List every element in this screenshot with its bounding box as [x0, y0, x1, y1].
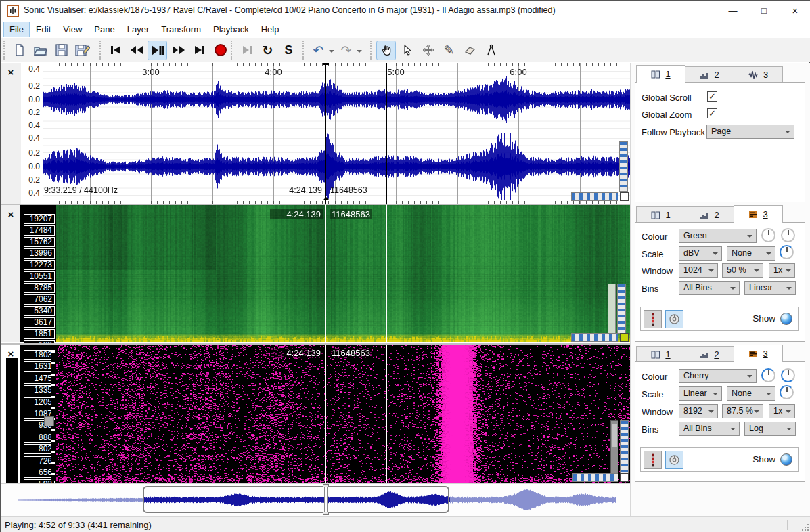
tab-pane[interactable]: 1: [636, 65, 685, 83]
vertical-scroll-indicator[interactable]: [610, 420, 618, 474]
menu-playback[interactable]: Playback: [208, 22, 254, 37]
tab-pane[interactable]: 1: [636, 206, 685, 223]
spectrogram-properties-body: Colour Cherry Scale Linear None Window 8…: [635, 361, 805, 482]
rewind-button[interactable]: [127, 41, 145, 60]
minimize-button[interactable]: —: [717, 1, 748, 21]
tab-pane[interactable]: 1: [636, 346, 685, 362]
overview-cursor-handle[interactable]: [323, 512, 329, 515]
global-scroll-checkbox[interactable]: ✓: [707, 91, 717, 102]
save-session-button[interactable]: [52, 41, 70, 60]
menu-layer[interactable]: Layer: [122, 22, 155, 37]
overview-cursor-handle[interactable]: [323, 484, 329, 487]
menu-edit[interactable]: Edit: [30, 22, 56, 37]
rewind-start-button[interactable]: [106, 41, 125, 60]
window-size-select[interactable]: 8192: [679, 404, 718, 418]
fast-forward-end-button[interactable]: [190, 41, 208, 60]
redo-dropdown-caret[interactable]: [357, 50, 362, 56]
measure-tool-button[interactable]: [482, 41, 500, 60]
play-selection-button[interactable]: [238, 41, 256, 60]
colour-contrast-knob[interactable]: [761, 228, 775, 242]
bin-scale-select[interactable]: Log: [744, 422, 796, 436]
waveform-canvas: [43, 63, 630, 204]
colour-select[interactable]: Green: [679, 229, 757, 243]
maximize-button[interactable]: □: [748, 1, 780, 21]
colour-rotation-knob[interactable]: [781, 228, 795, 242]
colour-contrast-knob[interactable]: [761, 368, 775, 382]
menu-view[interactable]: View: [58, 22, 87, 37]
tab-layer-2[interactable]: 2: [685, 66, 734, 83]
horizontal-zoom-wheel[interactable]: [571, 192, 618, 201]
play-loop-button[interactable]: ↻: [258, 41, 277, 60]
open-file-button[interactable]: [31, 41, 49, 60]
select-tool-button[interactable]: [398, 41, 416, 60]
oversampling-select[interactable]: 1x: [769, 263, 795, 278]
menu-help[interactable]: Help: [256, 22, 285, 37]
close-pane-icon[interactable]: ×: [5, 67, 16, 78]
window-overlap-select[interactable]: 50 %: [722, 263, 763, 278]
colour-rotation-knob[interactable]: [781, 368, 795, 382]
overview-cursor[interactable]: [324, 485, 328, 514]
bars-tab-icon: [700, 211, 709, 219]
show-led-button[interactable]: [780, 313, 792, 325]
play-pause-button[interactable]: [148, 41, 166, 60]
resize-grip[interactable]: [801, 523, 809, 531]
scroll-thumb[interactable]: [612, 424, 617, 447]
save-session-as-button[interactable]: [73, 41, 91, 60]
horizontal-zoom-wheel[interactable]: [572, 473, 618, 482]
colourmap-button[interactable]: [644, 451, 662, 469]
erase-tool-button[interactable]: [461, 41, 479, 60]
tab-layer-2[interactable]: 2: [685, 206, 734, 223]
gain-knob[interactable]: [780, 245, 794, 259]
global-zoom-checkbox[interactable]: ✓: [707, 108, 717, 118]
bins-select[interactable]: All Bins: [679, 422, 740, 436]
waveform-pane: × 0.4 0.2 0.0 0.2 0.4 0.4 0.2 0.0 0.2 0.…: [1, 63, 630, 204]
overview-panner[interactable]: [1, 484, 630, 516]
vertical-scroll-indicator[interactable]: [608, 284, 616, 334]
bin-scale-select[interactable]: Linear: [744, 281, 796, 295]
vertical-zoom-wheel[interactable]: [617, 284, 626, 334]
close-button[interactable]: ×: [780, 1, 810, 21]
left-scrollbar-track[interactable]: [6, 358, 18, 483]
undo-button[interactable]: ↶: [309, 41, 328, 60]
gain-knob[interactable]: [780, 385, 794, 399]
menu-pane[interactable]: Pane: [89, 22, 120, 37]
menu-transform[interactable]: Transform: [156, 22, 206, 37]
normalization-select[interactable]: None: [727, 246, 775, 261]
zoom-reset-box[interactable]: [620, 333, 629, 342]
show-led-button[interactable]: [780, 453, 792, 466]
undo-dropdown-caret[interactable]: [329, 50, 334, 56]
oversampling-select[interactable]: 1x: [769, 404, 795, 418]
colour-select[interactable]: Cherry: [679, 369, 757, 383]
menu-file[interactable]: File: [4, 22, 29, 37]
bins-select[interactable]: All Bins: [679, 281, 740, 295]
view-region-rectangle[interactable]: [143, 486, 449, 513]
horizontal-zoom-wheel[interactable]: [571, 333, 618, 342]
close-pane-icon[interactable]: ×: [5, 209, 16, 220]
vertical-zoom-wheel[interactable]: [620, 420, 629, 474]
normalization-select[interactable]: None: [727, 386, 775, 401]
vertical-zoom-wheel[interactable]: [619, 141, 628, 192]
new-session-button[interactable]: [10, 41, 28, 60]
dial-mode-button[interactable]: [665, 310, 683, 328]
window-size-select[interactable]: 1024: [679, 263, 718, 278]
follow-playback-select[interactable]: Page: [706, 125, 794, 139]
window-overlap-select[interactable]: 87.5 %: [722, 404, 763, 418]
fast-forward-button[interactable]: [169, 41, 187, 60]
tab-layer-2[interactable]: 2: [685, 346, 734, 362]
scale-select[interactable]: Linear: [679, 386, 722, 401]
zoom-reset-box[interactable]: [620, 192, 629, 201]
frequency-scroll-thumb[interactable]: [44, 416, 54, 426]
tab-layer-spectrogram[interactable]: 3: [734, 345, 783, 362]
scale-select[interactable]: dBV: [679, 246, 722, 261]
record-button[interactable]: [211, 41, 229, 60]
zoom-reset-box[interactable]: [620, 473, 629, 482]
draw-tool-button[interactable]: ✎: [440, 41, 458, 60]
redo-button[interactable]: ↷: [337, 41, 355, 60]
edit-tool-button[interactable]: [419, 41, 437, 60]
navigate-tool-button[interactable]: [377, 41, 395, 60]
tab-layer-spectrogram[interactable]: 3: [734, 205, 783, 223]
solo-button[interactable]: S: [279, 41, 298, 60]
tab-layer-3[interactable]: 3: [734, 66, 783, 83]
colourmap-button[interactable]: [644, 310, 662, 328]
dial-mode-button[interactable]: [665, 451, 683, 469]
